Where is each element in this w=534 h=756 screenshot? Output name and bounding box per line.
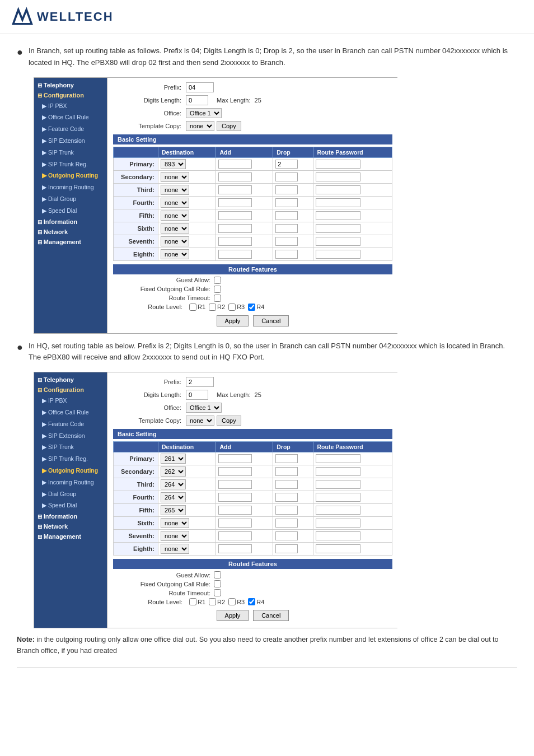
- add-input[interactable]: [218, 454, 252, 463]
- add-input[interactable]: [218, 211, 252, 220]
- destination-select[interactable]: 264: [161, 492, 186, 502]
- drop-input[interactable]: [275, 198, 298, 207]
- route-password-input[interactable]: [316, 506, 360, 515]
- route-password-input[interactable]: [316, 198, 360, 207]
- sidebar2-item-incoming[interactable]: ▶ Incoming Routing: [34, 477, 107, 488]
- destination-select[interactable]: 265: [161, 505, 186, 515]
- add-input[interactable]: [218, 160, 252, 169]
- r4-checkbox-1[interactable]: [248, 304, 255, 311]
- destination-select[interactable]: none: [161, 172, 189, 182]
- sidebar2-item-network[interactable]: Network: [34, 521, 107, 531]
- sidebar-item-network[interactable]: Network: [34, 227, 107, 237]
- destination-select[interactable]: none: [161, 249, 189, 259]
- destination-select[interactable]: none: [161, 531, 189, 541]
- destination-select[interactable]: none: [161, 211, 189, 221]
- apply-button-2[interactable]: Apply: [217, 610, 249, 621]
- sidebar2-item-information[interactable]: Information: [34, 511, 107, 521]
- route-password-input[interactable]: [316, 531, 360, 540]
- add-input[interactable]: [218, 198, 252, 207]
- destination-select[interactable]: none: [161, 236, 189, 246]
- route-password-input[interactable]: [316, 185, 360, 194]
- sidebar-item-dialgroup[interactable]: ▶ Dial Group: [34, 193, 107, 205]
- route-password-input[interactable]: [316, 480, 360, 489]
- drop-input[interactable]: [275, 211, 298, 220]
- route-password-input[interactable]: [316, 454, 360, 463]
- drop-input[interactable]: [275, 544, 298, 553]
- r1-checkbox-2[interactable]: [189, 598, 196, 605]
- r3-checkbox-2[interactable]: [228, 598, 236, 605]
- r4-checkbox-2[interactable]: [248, 598, 255, 605]
- sidebar2-item-configuration[interactable]: Configuration: [34, 385, 107, 395]
- route-password-input[interactable]: [316, 237, 360, 246]
- template-copy-select-2[interactable]: none: [186, 416, 214, 426]
- destination-select[interactable]: 893: [161, 159, 186, 169]
- copy-button-2[interactable]: Copy: [217, 416, 241, 426]
- destination-select[interactable]: none: [161, 185, 189, 195]
- fixed-outgoing-checkbox-1[interactable]: [214, 286, 221, 293]
- digits-length-input-1[interactable]: [186, 95, 208, 105]
- drop-input[interactable]: [275, 454, 298, 463]
- add-input[interactable]: [218, 531, 252, 540]
- prefix-input-2[interactable]: [186, 377, 214, 387]
- drop-input[interactable]: [275, 185, 298, 194]
- route-password-input[interactable]: [316, 519, 360, 528]
- drop-input[interactable]: [275, 224, 298, 233]
- r3-label-2[interactable]: R3: [228, 598, 245, 605]
- drop-input[interactable]: [275, 250, 298, 259]
- sidebar2-item-featurecode[interactable]: ▶ Feature Code: [34, 418, 107, 430]
- drop-input[interactable]: [275, 237, 298, 246]
- destination-select[interactable]: 261: [161, 454, 186, 464]
- drop-input[interactable]: [275, 519, 298, 528]
- r4-label-2[interactable]: R4: [248, 598, 264, 605]
- drop-input[interactable]: [275, 467, 298, 476]
- cancel-button-2[interactable]: Cancel: [253, 610, 289, 621]
- sidebar-item-incoming[interactable]: ▶ Incoming Routing: [34, 181, 107, 193]
- route-timeout-checkbox-2[interactable]: [214, 589, 221, 596]
- r1-label-1[interactable]: R1: [189, 304, 205, 311]
- route-password-input[interactable]: [316, 467, 360, 476]
- sidebar2-item-ippbx[interactable]: ▶ IP PBX: [34, 395, 107, 407]
- sidebar2-item-speeddial[interactable]: ▶ Speed Dial: [34, 500, 107, 511]
- add-input[interactable]: [218, 544, 252, 553]
- r1-checkbox-1[interactable]: [189, 304, 196, 311]
- sidebar-item-officecallrule[interactable]: ▶ Office Call Rule: [34, 111, 107, 123]
- r3-checkbox-1[interactable]: [228, 304, 236, 311]
- office-select-1[interactable]: Office 1: [186, 108, 222, 118]
- route-password-input[interactable]: [316, 544, 360, 553]
- copy-button-1[interactable]: Copy: [217, 121, 241, 131]
- sidebar2-item-dialgroup[interactable]: ▶ Dial Group: [34, 488, 107, 500]
- r2-checkbox-2[interactable]: [209, 598, 216, 605]
- cancel-button-1[interactable]: Cancel: [253, 315, 289, 326]
- sidebar2-item-siptrunkreg[interactable]: ▶ SIP Trunk Reg.: [34, 453, 107, 465]
- destination-select[interactable]: none: [161, 544, 189, 554]
- sidebar2-item-officecallrule[interactable]: ▶ Office Call Rule: [34, 407, 107, 418]
- drop-input[interactable]: [275, 531, 298, 540]
- drop-input[interactable]: [275, 506, 298, 515]
- sidebar-item-speeddial[interactable]: ▶ Speed Dial: [34, 205, 107, 217]
- guest-allow-checkbox-1[interactable]: [214, 277, 221, 284]
- r2-label-1[interactable]: R2: [209, 304, 225, 311]
- sidebar2-item-management[interactable]: Management: [34, 531, 107, 542]
- add-input[interactable]: [218, 493, 252, 502]
- add-input[interactable]: [218, 506, 252, 515]
- sidebar-item-siptrunkreg[interactable]: ▶ SIP Trunk Reg.: [34, 158, 107, 170]
- add-input[interactable]: [218, 250, 252, 259]
- apply-button-1[interactable]: Apply: [217, 315, 249, 326]
- r1-label-2[interactable]: R1: [189, 598, 205, 605]
- fixed-outgoing-checkbox-2[interactable]: [214, 580, 221, 587]
- route-timeout-checkbox-1[interactable]: [214, 295, 221, 302]
- add-input[interactable]: [218, 224, 252, 233]
- sidebar-item-telephony[interactable]: Telephony: [34, 80, 107, 90]
- sidebar-item-outgoing[interactable]: ▶ Outgoing Routing: [34, 170, 107, 181]
- r3-label-1[interactable]: R3: [228, 304, 245, 311]
- add-input[interactable]: [218, 185, 252, 194]
- destination-select[interactable]: 264: [161, 479, 186, 489]
- drop-input[interactable]: [275, 172, 298, 181]
- destination-select[interactable]: none: [161, 518, 189, 528]
- drop-input[interactable]: [275, 493, 298, 502]
- sidebar2-item-sipextension[interactable]: ▶ SIP Extension: [34, 430, 107, 442]
- sidebar-item-information[interactable]: Information: [34, 217, 107, 227]
- sidebar2-item-siptrunk[interactable]: ▶ SIP Trunk: [34, 441, 107, 453]
- sidebar-item-siptrunk[interactable]: ▶ SIP Trunk: [34, 147, 107, 158]
- sidebar-item-configuration[interactable]: Configuration: [34, 90, 107, 100]
